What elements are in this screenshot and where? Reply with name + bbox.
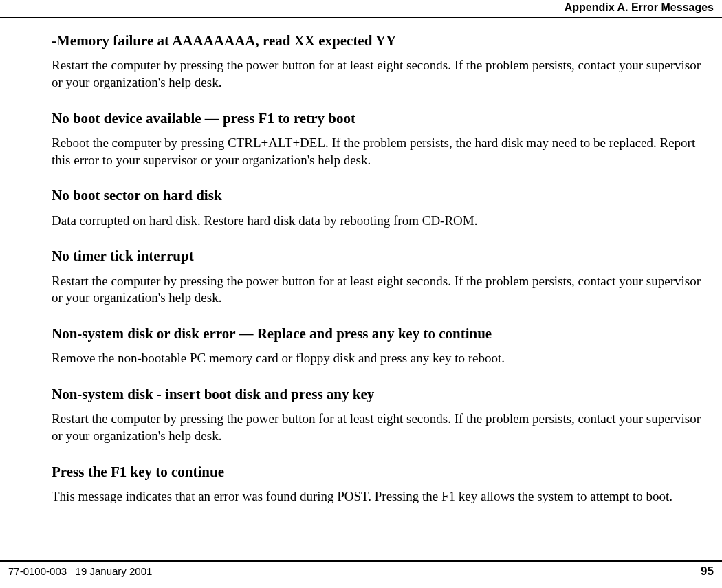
- error-section: No boot device available — press F1 to r…: [52, 109, 714, 169]
- page-header: Appendix A. Error Messages: [0, 0, 722, 18]
- page-content: -Memory failure at AAAAAAAA, read XX exp…: [0, 18, 722, 505]
- error-section: Non-system disk - insert boot disk and p…: [52, 385, 714, 445]
- section-heading: Press the F1 key to continue: [52, 463, 714, 481]
- error-section: Press the F1 key to continue This messag…: [52, 463, 714, 505]
- section-heading: No boot device available — press F1 to r…: [52, 109, 714, 128]
- page-footer: 77-0100-003 19 January 2001 95: [0, 560, 722, 578]
- section-heading: Non-system disk - insert boot disk and p…: [52, 385, 714, 404]
- section-body: Reboot the computer by pressing CTRL+ALT…: [52, 135, 714, 168]
- section-body: Data corrupted on hard disk. Restore har…: [52, 213, 714, 230]
- section-body: Restart the computer by pressing the pow…: [52, 411, 714, 444]
- header-title: Appendix A. Error Messages: [565, 1, 714, 13]
- section-heading: -Memory failure at AAAAAAAA, read XX exp…: [52, 32, 714, 50]
- error-section: No boot sector on hard disk Data corrupt…: [52, 186, 714, 229]
- section-heading: Non-system disk or disk error — Replace …: [52, 325, 714, 343]
- doc-id: 77-0100-003: [8, 565, 67, 577]
- footer-left: 77-0100-003 19 January 2001: [8, 565, 152, 577]
- section-heading: No boot sector on hard disk: [52, 186, 714, 205]
- doc-date: 19 January 2001: [76, 565, 153, 577]
- section-body: Restart the computer by pressing the pow…: [52, 57, 714, 91]
- error-section: Non-system disk or disk error — Replace …: [52, 325, 714, 367]
- section-heading: No timer tick interrupt: [52, 247, 714, 265]
- section-body: This message indicates that an error was…: [52, 488, 714, 505]
- error-section: No timer tick interrupt Restart the comp…: [52, 247, 714, 307]
- error-section: -Memory failure at AAAAAAAA, read XX exp…: [52, 32, 714, 91]
- section-body: Remove the non-bootable PC memory card o…: [52, 350, 714, 367]
- section-body: Restart the computer by pressing the pow…: [52, 273, 714, 307]
- page-number: 95: [701, 565, 714, 578]
